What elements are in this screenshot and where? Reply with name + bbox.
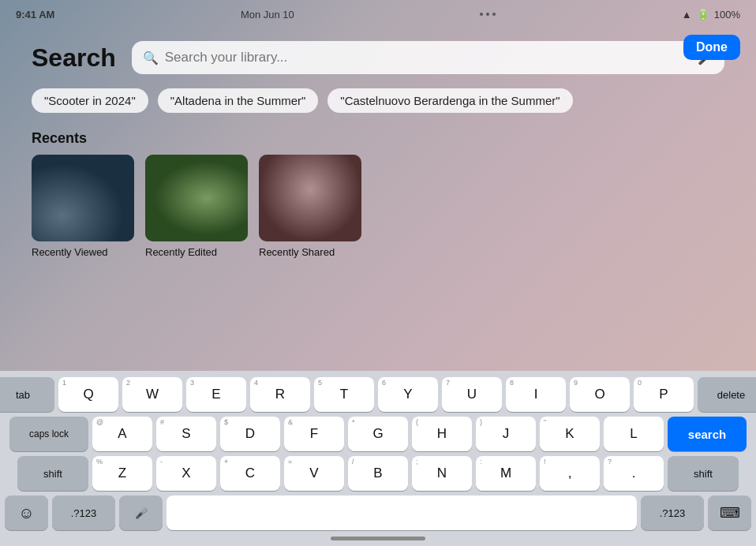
keyboard-dismiss-key[interactable]: ⌨ xyxy=(708,496,751,530)
key-i[interactable]: 8I xyxy=(506,377,566,412)
keyboard-icon: ⌨ xyxy=(720,504,740,522)
done-button[interactable]: Done xyxy=(683,35,740,60)
status-dots xyxy=(480,13,496,16)
status-time: 9:41 AM xyxy=(16,9,54,21)
key-period[interactable]: ?. xyxy=(604,456,664,491)
keyboard-row-3: shift %Z -X +C =V /B ;N :M !, ?. shift xyxy=(5,456,751,491)
recent-caption-1: Recently Edited xyxy=(145,246,217,260)
key-l[interactable]: L xyxy=(604,417,664,451)
recents-grid: Recently Viewed Recently Edited Recently… xyxy=(32,155,724,260)
recent-caption-0: Recently Viewed xyxy=(32,246,108,260)
key-h[interactable]: (H xyxy=(412,417,472,451)
key-f[interactable]: &F xyxy=(284,417,344,451)
home-indicator-area xyxy=(5,535,751,540)
search-icon: 🔍 xyxy=(143,50,159,65)
emoji-key[interactable]: ☺ xyxy=(5,496,48,530)
suggestions-row: "Scooter in 2024" "Altadena in the Summe… xyxy=(32,88,724,113)
recent-item-0[interactable]: Recently Viewed xyxy=(32,155,134,260)
key-z[interactable]: %Z xyxy=(92,456,152,491)
page-title: Search xyxy=(32,43,116,73)
recent-caption-2: Recently Shared xyxy=(259,246,335,260)
main-panel: Search 🔍 🎤 "Scooter in 2024" "Altadena i… xyxy=(0,28,756,372)
mic-key-icon: 🎤 xyxy=(135,507,148,519)
caps-lock-key[interactable]: caps lock xyxy=(9,417,88,451)
keyboard-row-1: tab 1Q 2W 3E 4R 5T 6Y 7U 8I 9O 0P delete xyxy=(5,377,751,412)
key-e[interactable]: 3E xyxy=(186,377,246,412)
key-o[interactable]: 9O xyxy=(570,377,630,412)
recent-item-1[interactable]: Recently Edited xyxy=(145,155,248,260)
recent-thumb-viewed[interactable] xyxy=(32,155,134,241)
key-r[interactable]: 4R xyxy=(250,377,310,412)
key-u[interactable]: 7U xyxy=(442,377,502,412)
key-p[interactable]: 0P xyxy=(634,377,694,412)
mic-key[interactable]: 🎤 xyxy=(119,496,163,530)
key-g[interactable]: *G xyxy=(348,417,408,451)
key-b[interactable]: /B xyxy=(348,456,408,491)
recents-section: Recents Recently Viewed Recently Edited … xyxy=(32,130,724,260)
key-x[interactable]: -X xyxy=(156,456,216,491)
key-y[interactable]: 6Y xyxy=(378,377,438,412)
keyboard-row-2: caps lock @A #S $D &F *G (H )J "K L sear… xyxy=(5,417,751,451)
recents-label: Recents xyxy=(32,130,724,147)
num1-key[interactable]: .?123 xyxy=(52,496,115,530)
search-header: Search 🔍 🎤 xyxy=(32,41,724,74)
recent-thumb-shared[interactable] xyxy=(259,155,361,241)
wifi-icon: ▲ xyxy=(682,9,692,21)
keyboard-row-4: ☺ .?123 🎤 .?123 ⌨ xyxy=(5,496,751,530)
key-v[interactable]: =V xyxy=(284,456,344,491)
key-m[interactable]: :M xyxy=(476,456,536,491)
battery-level: 100% xyxy=(714,9,740,21)
status-bar: 9:41 AM Mon Jun 10 ▲ 🔋 100% xyxy=(0,0,756,28)
home-indicator xyxy=(331,537,425,540)
status-date: Mon Jun 10 xyxy=(241,9,294,21)
emoji-icon: ☺ xyxy=(18,504,34,522)
battery-icon: 🔋 xyxy=(697,9,709,21)
recent-thumb-edited[interactable] xyxy=(145,155,248,241)
status-right: ▲ 🔋 100% xyxy=(682,9,740,21)
key-a[interactable]: @A xyxy=(92,417,152,451)
suggestion-chip-0[interactable]: "Scooter in 2024" xyxy=(32,88,148,113)
tab-key[interactable]: tab xyxy=(0,377,54,412)
shift-right-key[interactable]: shift xyxy=(668,456,739,491)
key-s[interactable]: #S xyxy=(156,417,216,451)
search-bar[interactable]: 🔍 🎤 xyxy=(132,41,724,74)
key-d[interactable]: $D xyxy=(220,417,280,451)
key-comma[interactable]: !, xyxy=(540,456,600,491)
space-key[interactable] xyxy=(167,496,637,530)
key-j[interactable]: )J xyxy=(476,417,536,451)
key-c[interactable]: +C xyxy=(220,456,280,491)
recent-item-2[interactable]: Recently Shared xyxy=(259,155,361,260)
search-key[interactable]: search xyxy=(668,417,747,451)
suggestion-chip-2[interactable]: "Castelnuovo Berardenga in the Summer" xyxy=(327,88,572,113)
num2-key[interactable]: .?123 xyxy=(641,496,704,530)
suggestion-chip-1[interactable]: "Altadena in the Summer" xyxy=(158,88,319,113)
delete-key[interactable]: delete xyxy=(698,377,756,412)
keyboard: tab 1Q 2W 3E 4R 5T 6Y 7U 8I 9O 0P delete… xyxy=(0,371,756,546)
key-w[interactable]: 2W xyxy=(122,377,182,412)
key-q[interactable]: 1Q xyxy=(58,377,118,412)
key-t[interactable]: 5T xyxy=(314,377,374,412)
key-n[interactable]: ;N xyxy=(412,456,472,491)
shift-left-key[interactable]: shift xyxy=(17,456,88,491)
key-k[interactable]: "K xyxy=(540,417,600,451)
search-input[interactable] xyxy=(165,50,691,65)
